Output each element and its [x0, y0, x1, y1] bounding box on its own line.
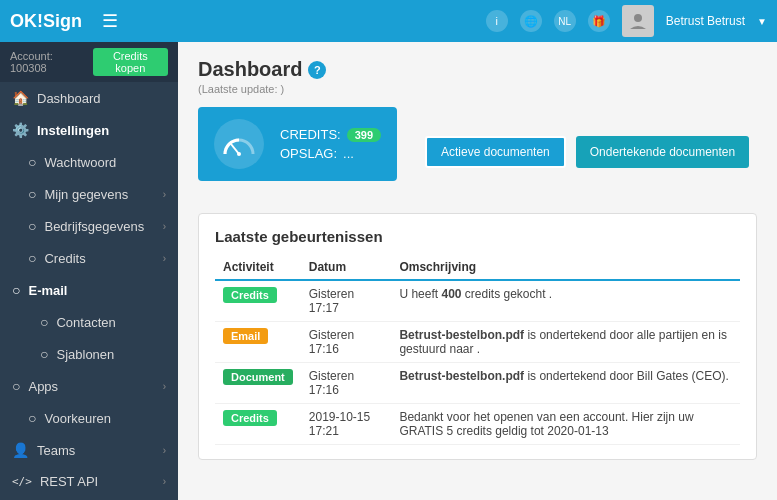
user-dropdown-arrow[interactable]: ▼: [757, 16, 767, 27]
chevron-bedrijfsgegevens: ›: [163, 221, 166, 232]
dashboard-help-icon[interactable]: ?: [308, 61, 326, 79]
sidebar-email-label: E-mail: [28, 283, 67, 298]
sidebar-item-contacten[interactable]: ○ Contacten: [0, 306, 178, 338]
globe-icon[interactable]: 🌐: [520, 10, 542, 32]
events-section: Laatste gebeurtenissen Activiteit Datum …: [198, 213, 757, 460]
account-number: Account: 100308: [10, 50, 85, 74]
event-tag: Credits: [223, 410, 277, 426]
flag-icon[interactable]: NL: [554, 10, 576, 32]
brand-logo: OK!Sign: [10, 11, 82, 32]
sidebar-item-apps[interactable]: ○ Apps ›: [0, 370, 178, 402]
settings-icon: ⚙️: [12, 122, 29, 138]
main-layout: Account: 100308 Credits kopen 🏠 Dashboar…: [0, 42, 777, 500]
event-tag: Email: [223, 328, 268, 344]
notifications-icon[interactable]: 🎁: [588, 10, 610, 32]
circle-icon-email: ○: [12, 282, 20, 298]
opslag-value: ...: [343, 146, 354, 161]
active-documents-button[interactable]: Actieve documenten: [425, 136, 566, 168]
circle-icon-contacten: ○: [40, 314, 48, 330]
table-row: DocumentGisteren 17:16Betrust-bestelbon.…: [215, 363, 740, 404]
document-action-buttons: Actieve documenten Ondertekende document…: [425, 136, 749, 168]
dashboard-icon: 🏠: [12, 90, 29, 106]
col-description: Omschrijving: [391, 255, 740, 280]
main-content: Dashboard ? (Laatste update: ) CREDITS:: [178, 42, 777, 500]
top-nav-icons: i 🌐 NL 🎁 Betrust Betrust ▼: [486, 5, 767, 37]
col-activity: Activiteit: [215, 255, 301, 280]
sidebar-item-dashboard[interactable]: 🏠 Dashboard: [0, 82, 178, 114]
event-description: U heeft 400 credits gekocht .: [391, 280, 740, 322]
gauge-icon: [214, 119, 264, 169]
chevron-credits: ›: [163, 253, 166, 264]
circle-icon-voorkeuren: ○: [28, 410, 36, 426]
user-label[interactable]: Betrust Betrust: [666, 14, 745, 28]
chevron-apps: ›: [163, 381, 166, 392]
account-bar: Account: 100308 Credits kopen: [0, 42, 178, 82]
chevron-rest-api: ›: [163, 476, 166, 487]
last-update: (Laatste update: ): [198, 83, 757, 95]
sidebar-voorkeuren-label: Voorkeuren: [44, 411, 111, 426]
user-avatar: [622, 5, 654, 37]
table-row: EmailGisteren 17:16Betrust-bestelbon.pdf…: [215, 322, 740, 363]
api-icon: </>: [12, 475, 32, 488]
event-tag: Document: [223, 369, 293, 385]
sidebar-item-teams[interactable]: 👤 Teams ›: [0, 434, 178, 466]
sidebar-teams-label: Teams: [37, 443, 75, 458]
events-table: Activiteit Datum Omschrijving CreditsGis…: [215, 255, 740, 445]
events-title: Laatste gebeurtenissen: [215, 228, 740, 245]
sidebar-item-instellingen[interactable]: ⚙️ Instellingen ➤: [0, 114, 178, 146]
sidebar-contacten-label: Contacten: [56, 315, 115, 330]
sidebar-apps-label: Apps: [28, 379, 58, 394]
sidebar-item-rest-api[interactable]: </> REST API ›: [0, 466, 178, 497]
sidebar-item-voorkeuren[interactable]: ○ Voorkeuren: [0, 402, 178, 434]
credits-info-box: CREDITS: 399 OPSLAG: ...: [198, 107, 397, 181]
circle-icon-wachtwoord: ○: [28, 154, 36, 170]
credits-kopen-button[interactable]: Credits kopen: [93, 48, 168, 76]
sidebar-item-email[interactable]: ○ E-mail ➤: [0, 274, 178, 306]
sidebar-dashboard-label: Dashboard: [37, 91, 101, 106]
event-date: Gisteren 17:17: [301, 280, 392, 322]
event-date: 2019-10-15 17:21: [301, 404, 392, 445]
sidebar-mijn-gegevens-label: Mijn gegevens: [44, 187, 128, 202]
sidebar: Account: 100308 Credits kopen 🏠 Dashboar…: [0, 42, 178, 500]
sidebar-wachtwoord-label: Wachtwoord: [44, 155, 116, 170]
hamburger-menu[interactable]: ☰: [102, 10, 118, 32]
sidebar-credits-label: Credits: [44, 251, 85, 266]
sidebar-item-sjablonen[interactable]: ○ Sjablonen: [0, 338, 178, 370]
circle-icon-mijn-gegevens: ○: [28, 186, 36, 202]
sidebar-bedrijfsgegevens-label: Bedrijfsgegevens: [44, 219, 144, 234]
event-date: Gisteren 17:16: [301, 322, 392, 363]
sidebar-item-wachtwoord[interactable]: ○ Wachtwoord: [0, 146, 178, 178]
col-date: Datum: [301, 255, 392, 280]
svg-point-0: [634, 14, 642, 22]
event-description: Bedankt voor het openen van een account.…: [391, 404, 740, 445]
sidebar-sjablonen-label: Sjablonen: [56, 347, 114, 362]
sidebar-rest-api-label: REST API: [40, 474, 98, 489]
sidebar-item-credits[interactable]: ○ Credits ›: [0, 242, 178, 274]
circle-icon-bedrijfsgegevens: ○: [28, 218, 36, 234]
circle-icon-apps: ○: [12, 378, 20, 394]
event-description: Betrust-bestelbon.pdf is ondertekend doo…: [391, 363, 740, 404]
event-tag: Credits: [223, 287, 277, 303]
circle-icon-credits: ○: [28, 250, 36, 266]
credits-label: CREDITS:: [280, 127, 341, 142]
chevron-teams: ›: [163, 445, 166, 456]
sidebar-item-mijn-gegevens[interactable]: ○ Mijn gegevens ›: [0, 178, 178, 210]
table-row: Credits2019-10-15 17:21Bedankt voor het …: [215, 404, 740, 445]
teams-icon: 👤: [12, 442, 29, 458]
opslag-label: OPSLAG:: [280, 146, 337, 161]
info-icon[interactable]: i: [486, 10, 508, 32]
credits-value: 399: [347, 128, 381, 142]
top-navigation: OK!Sign ☰ i 🌐 NL 🎁 Betrust Betrust ▼: [0, 0, 777, 42]
svg-line-2: [231, 144, 239, 154]
event-description: Betrust-bestelbon.pdf is ondertekend doo…: [391, 322, 740, 363]
signed-documents-button[interactable]: Ondertekende documenten: [576, 136, 749, 168]
circle-icon-sjablonen: ○: [40, 346, 48, 362]
sidebar-instellingen-label: Instellingen: [37, 123, 109, 138]
credits-details: CREDITS: 399 OPSLAG: ...: [280, 127, 381, 161]
event-date: Gisteren 17:16: [301, 363, 392, 404]
table-row: CreditsGisteren 17:17U heeft 400 credits…: [215, 280, 740, 322]
page-title: Dashboard: [198, 58, 302, 81]
chevron-mijn-gegevens: ›: [163, 189, 166, 200]
sidebar-item-bedrijfsgegevens[interactable]: ○ Bedrijfsgegevens ›: [0, 210, 178, 242]
